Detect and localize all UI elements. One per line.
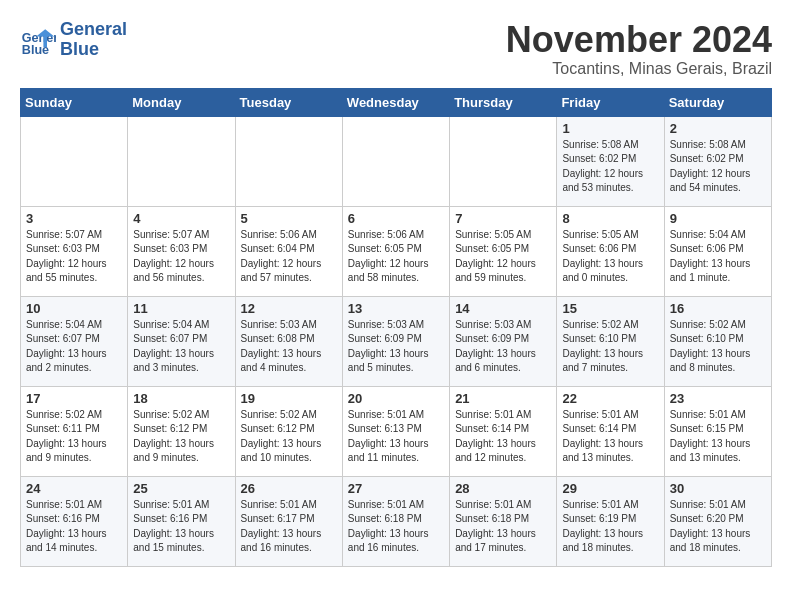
calendar-day-cell: 24Sunrise: 5:01 AM Sunset: 6:16 PM Dayli… [21, 476, 128, 566]
calendar-day-cell: 21Sunrise: 5:01 AM Sunset: 6:14 PM Dayli… [450, 386, 557, 476]
location-subtitle: Tocantins, Minas Gerais, Brazil [506, 60, 772, 78]
calendar-day-cell: 17Sunrise: 5:02 AM Sunset: 6:11 PM Dayli… [21, 386, 128, 476]
logo-text: General Blue [60, 20, 127, 60]
calendar-day-cell: 11Sunrise: 5:04 AM Sunset: 6:07 PM Dayli… [128, 296, 235, 386]
calendar-day-cell: 10Sunrise: 5:04 AM Sunset: 6:07 PM Dayli… [21, 296, 128, 386]
day-number: 19 [241, 391, 337, 406]
calendar-day-cell: 29Sunrise: 5:01 AM Sunset: 6:19 PM Dayli… [557, 476, 664, 566]
calendar-day-cell: 20Sunrise: 5:01 AM Sunset: 6:13 PM Dayli… [342, 386, 449, 476]
calendar-day-cell: 5Sunrise: 5:06 AM Sunset: 6:04 PM Daylig… [235, 206, 342, 296]
calendar-day-cell: 23Sunrise: 5:01 AM Sunset: 6:15 PM Dayli… [664, 386, 771, 476]
logo-line2: Blue [60, 40, 127, 60]
logo-icon: General Blue [20, 22, 56, 58]
calendar-week-row: 17Sunrise: 5:02 AM Sunset: 6:11 PM Dayli… [21, 386, 772, 476]
weekday-header-wednesday: Wednesday [342, 88, 449, 116]
calendar-table: SundayMondayTuesdayWednesdayThursdayFrid… [20, 88, 772, 567]
day-number: 30 [670, 481, 766, 496]
calendar-week-row: 1Sunrise: 5:08 AM Sunset: 6:02 PM Daylig… [21, 116, 772, 206]
day-info: Sunrise: 5:01 AM Sunset: 6:16 PM Dayligh… [133, 498, 229, 556]
day-number: 23 [670, 391, 766, 406]
day-number: 9 [670, 211, 766, 226]
calendar-day-cell: 27Sunrise: 5:01 AM Sunset: 6:18 PM Dayli… [342, 476, 449, 566]
calendar-day-cell: 19Sunrise: 5:02 AM Sunset: 6:12 PM Dayli… [235, 386, 342, 476]
day-number: 29 [562, 481, 658, 496]
day-info: Sunrise: 5:01 AM Sunset: 6:18 PM Dayligh… [455, 498, 551, 556]
calendar-day-cell [342, 116, 449, 206]
calendar-day-cell: 30Sunrise: 5:01 AM Sunset: 6:20 PM Dayli… [664, 476, 771, 566]
calendar-day-cell: 2Sunrise: 5:08 AM Sunset: 6:02 PM Daylig… [664, 116, 771, 206]
day-info: Sunrise: 5:02 AM Sunset: 6:10 PM Dayligh… [562, 318, 658, 376]
day-info: Sunrise: 5:08 AM Sunset: 6:02 PM Dayligh… [670, 138, 766, 196]
day-info: Sunrise: 5:01 AM Sunset: 6:14 PM Dayligh… [562, 408, 658, 466]
calendar-week-row: 10Sunrise: 5:04 AM Sunset: 6:07 PM Dayli… [21, 296, 772, 386]
day-info: Sunrise: 5:05 AM Sunset: 6:05 PM Dayligh… [455, 228, 551, 286]
day-number: 16 [670, 301, 766, 316]
day-number: 6 [348, 211, 444, 226]
day-info: Sunrise: 5:04 AM Sunset: 6:06 PM Dayligh… [670, 228, 766, 286]
day-number: 20 [348, 391, 444, 406]
day-info: Sunrise: 5:01 AM Sunset: 6:14 PM Dayligh… [455, 408, 551, 466]
calendar-day-cell: 18Sunrise: 5:02 AM Sunset: 6:12 PM Dayli… [128, 386, 235, 476]
calendar-day-cell [128, 116, 235, 206]
day-number: 7 [455, 211, 551, 226]
weekday-header-saturday: Saturday [664, 88, 771, 116]
calendar-day-cell: 7Sunrise: 5:05 AM Sunset: 6:05 PM Daylig… [450, 206, 557, 296]
day-number: 13 [348, 301, 444, 316]
day-number: 15 [562, 301, 658, 316]
day-number: 27 [348, 481, 444, 496]
logo-line1: General [60, 20, 127, 40]
day-number: 10 [26, 301, 122, 316]
day-info: Sunrise: 5:01 AM Sunset: 6:16 PM Dayligh… [26, 498, 122, 556]
calendar-day-cell: 4Sunrise: 5:07 AM Sunset: 6:03 PM Daylig… [128, 206, 235, 296]
day-info: Sunrise: 5:02 AM Sunset: 6:11 PM Dayligh… [26, 408, 122, 466]
calendar-day-cell: 15Sunrise: 5:02 AM Sunset: 6:10 PM Dayli… [557, 296, 664, 386]
day-info: Sunrise: 5:01 AM Sunset: 6:13 PM Dayligh… [348, 408, 444, 466]
day-info: Sunrise: 5:07 AM Sunset: 6:03 PM Dayligh… [133, 228, 229, 286]
day-number: 17 [26, 391, 122, 406]
day-number: 18 [133, 391, 229, 406]
day-info: Sunrise: 5:06 AM Sunset: 6:05 PM Dayligh… [348, 228, 444, 286]
day-number: 11 [133, 301, 229, 316]
day-number: 12 [241, 301, 337, 316]
calendar-day-cell [450, 116, 557, 206]
weekday-header-monday: Monday [128, 88, 235, 116]
day-info: Sunrise: 5:04 AM Sunset: 6:07 PM Dayligh… [26, 318, 122, 376]
month-title: November 2024 [506, 20, 772, 60]
day-number: 2 [670, 121, 766, 136]
calendar-week-row: 3Sunrise: 5:07 AM Sunset: 6:03 PM Daylig… [21, 206, 772, 296]
calendar-day-cell: 8Sunrise: 5:05 AM Sunset: 6:06 PM Daylig… [557, 206, 664, 296]
day-info: Sunrise: 5:01 AM Sunset: 6:18 PM Dayligh… [348, 498, 444, 556]
day-info: Sunrise: 5:01 AM Sunset: 6:20 PM Dayligh… [670, 498, 766, 556]
day-info: Sunrise: 5:05 AM Sunset: 6:06 PM Dayligh… [562, 228, 658, 286]
day-number: 26 [241, 481, 337, 496]
weekday-header-thursday: Thursday [450, 88, 557, 116]
day-info: Sunrise: 5:02 AM Sunset: 6:12 PM Dayligh… [133, 408, 229, 466]
weekday-header-sunday: Sunday [21, 88, 128, 116]
calendar-day-cell: 1Sunrise: 5:08 AM Sunset: 6:02 PM Daylig… [557, 116, 664, 206]
weekday-header-friday: Friday [557, 88, 664, 116]
day-info: Sunrise: 5:02 AM Sunset: 6:12 PM Dayligh… [241, 408, 337, 466]
day-number: 1 [562, 121, 658, 136]
day-number: 21 [455, 391, 551, 406]
calendar-day-cell: 26Sunrise: 5:01 AM Sunset: 6:17 PM Dayli… [235, 476, 342, 566]
day-info: Sunrise: 5:01 AM Sunset: 6:19 PM Dayligh… [562, 498, 658, 556]
day-info: Sunrise: 5:04 AM Sunset: 6:07 PM Dayligh… [133, 318, 229, 376]
day-info: Sunrise: 5:07 AM Sunset: 6:03 PM Dayligh… [26, 228, 122, 286]
weekday-header-tuesday: Tuesday [235, 88, 342, 116]
day-number: 4 [133, 211, 229, 226]
calendar-day-cell: 25Sunrise: 5:01 AM Sunset: 6:16 PM Dayli… [128, 476, 235, 566]
calendar-day-cell [235, 116, 342, 206]
calendar-day-cell: 13Sunrise: 5:03 AM Sunset: 6:09 PM Dayli… [342, 296, 449, 386]
calendar-day-cell: 12Sunrise: 5:03 AM Sunset: 6:08 PM Dayli… [235, 296, 342, 386]
day-info: Sunrise: 5:02 AM Sunset: 6:10 PM Dayligh… [670, 318, 766, 376]
day-number: 14 [455, 301, 551, 316]
calendar-day-cell: 3Sunrise: 5:07 AM Sunset: 6:03 PM Daylig… [21, 206, 128, 296]
day-info: Sunrise: 5:08 AM Sunset: 6:02 PM Dayligh… [562, 138, 658, 196]
day-info: Sunrise: 5:03 AM Sunset: 6:08 PM Dayligh… [241, 318, 337, 376]
day-info: Sunrise: 5:01 AM Sunset: 6:15 PM Dayligh… [670, 408, 766, 466]
calendar-day-cell: 28Sunrise: 5:01 AM Sunset: 6:18 PM Dayli… [450, 476, 557, 566]
weekday-header-row: SundayMondayTuesdayWednesdayThursdayFrid… [21, 88, 772, 116]
calendar-day-cell: 9Sunrise: 5:04 AM Sunset: 6:06 PM Daylig… [664, 206, 771, 296]
day-number: 5 [241, 211, 337, 226]
day-number: 25 [133, 481, 229, 496]
